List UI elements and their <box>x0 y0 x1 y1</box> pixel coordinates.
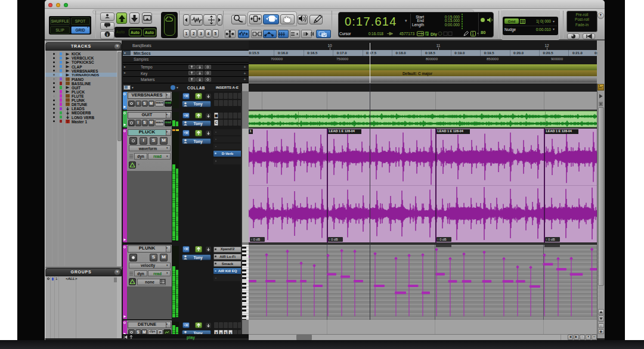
svg-text:i: i <box>107 33 108 37</box>
svg-text:Dly: Dly <box>431 32 437 37</box>
svg-text:1: 1 <box>472 32 474 36</box>
